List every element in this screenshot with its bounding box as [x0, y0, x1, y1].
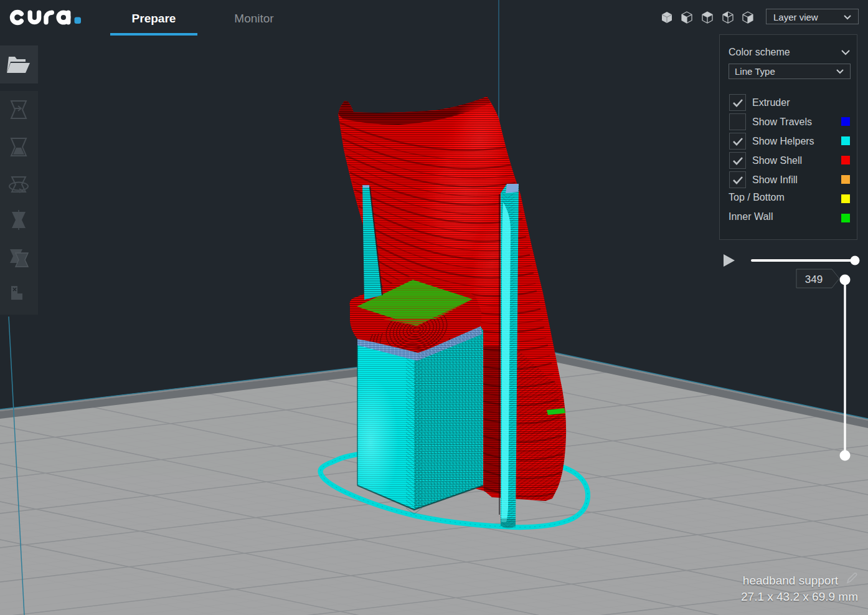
svg-text:349: 349: [805, 274, 823, 285]
